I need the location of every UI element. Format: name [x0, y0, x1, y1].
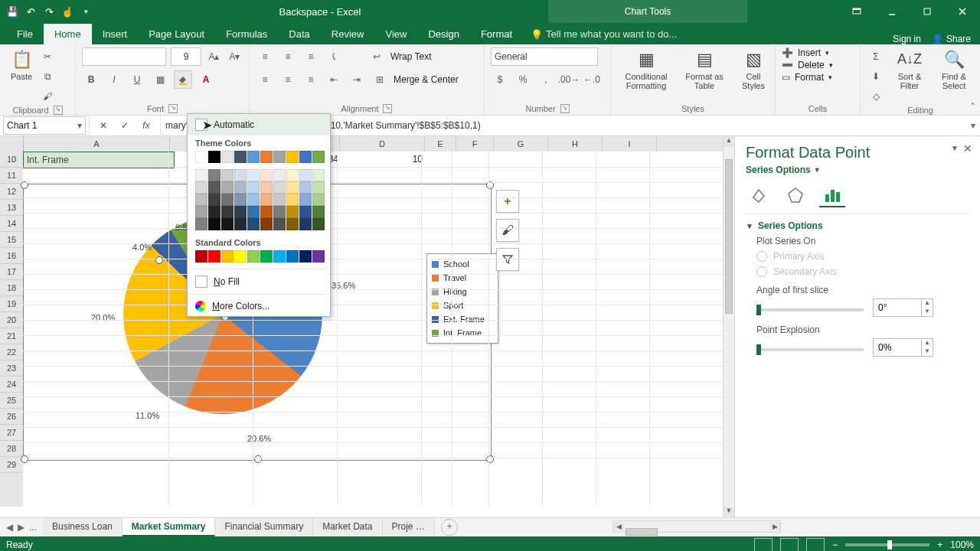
- zoom-slider[interactable]: [845, 543, 929, 546]
- resize-handle[interactable]: [21, 455, 28, 463]
- color-swatch[interactable]: [221, 218, 234, 230]
- font-size-input[interactable]: [171, 47, 201, 66]
- explosion-slider[interactable]: [756, 348, 864, 351]
- merge-center-button[interactable]: Merge & Center: [394, 74, 459, 85]
- pane-options-icon[interactable]: ▼: [951, 144, 959, 152]
- font-dialog-launcher[interactable]: ↘: [168, 104, 178, 113]
- color-swatch[interactable]: [286, 218, 299, 230]
- color-swatch[interactable]: [273, 181, 286, 194]
- increase-decimal-icon[interactable]: .00→: [560, 70, 578, 89]
- name-box-dropdown-icon[interactable]: ▾: [77, 120, 82, 131]
- tab-formulas[interactable]: Formulas: [215, 24, 278, 44]
- row-header-21[interactable]: 21: [0, 328, 23, 344]
- fill-icon[interactable]: ⬇: [867, 67, 885, 86]
- spin-down-icon[interactable]: ▼: [922, 347, 933, 356]
- sheet-tab[interactable]: Business Loan: [43, 518, 122, 536]
- accounting-format-icon[interactable]: $: [491, 70, 509, 89]
- automatic-color-item[interactable]: Automatic: [188, 114, 330, 135]
- underline-button[interactable]: U: [128, 70, 146, 89]
- chart-legend[interactable]: SchoolTravelHikingSportExt. FrameInt. Fr…: [426, 253, 498, 344]
- tab-insert[interactable]: Insert: [92, 24, 139, 44]
- scroll-up-icon[interactable]: ▲: [724, 136, 734, 147]
- color-swatch[interactable]: [234, 181, 247, 194]
- font-name-input[interactable]: [82, 47, 166, 66]
- angle-spinbox[interactable]: ▲▼: [873, 298, 933, 317]
- row-header-16[interactable]: 16: [0, 248, 23, 264]
- spin-up-icon[interactable]: ▲: [922, 339, 933, 347]
- color-swatch[interactable]: [247, 194, 260, 206]
- color-swatch[interactable]: [208, 250, 220, 262]
- color-swatch[interactable]: [247, 151, 260, 163]
- clear-icon[interactable]: ◇: [867, 87, 885, 106]
- row-header-27[interactable]: 27: [0, 425, 23, 441]
- col-header-A[interactable]: A: [24, 136, 170, 152]
- color-swatch[interactable]: [234, 151, 247, 163]
- insert-cells-button[interactable]: ➕Insert▾: [782, 47, 854, 58]
- minimize-icon[interactable]: [874, 0, 910, 23]
- color-swatch[interactable]: [312, 206, 325, 218]
- align-left-icon[interactable]: ≡: [256, 70, 274, 89]
- sheets-more-icon[interactable]: ...: [29, 522, 37, 533]
- color-swatch[interactable]: [286, 169, 299, 181]
- color-swatch[interactable]: [208, 218, 220, 230]
- color-swatch[interactable]: [221, 206, 234, 218]
- row-header-17[interactable]: 17: [0, 264, 23, 280]
- color-swatch[interactable]: [286, 194, 299, 206]
- explosion-input[interactable]: [874, 340, 921, 355]
- cancel-formula-icon[interactable]: ✕: [94, 116, 113, 135]
- format-painter-icon[interactable]: 🖌: [38, 87, 57, 106]
- color-swatch[interactable]: [221, 181, 234, 194]
- resize-handle[interactable]: [254, 455, 262, 463]
- color-swatch[interactable]: [221, 194, 234, 206]
- color-swatch[interactable]: [208, 181, 220, 194]
- color-swatch[interactable]: [260, 250, 273, 262]
- color-swatch[interactable]: [312, 151, 325, 163]
- wrap-text-button[interactable]: Wrap Text: [390, 51, 432, 62]
- zoom-in-icon[interactable]: +: [937, 540, 942, 550]
- tab-view[interactable]: View: [374, 24, 417, 44]
- color-swatch[interactable]: [260, 169, 273, 181]
- align-top-icon[interactable]: ≡: [256, 47, 274, 66]
- page-break-view-icon[interactable]: [806, 538, 825, 551]
- row-header-24[interactable]: 24: [0, 377, 23, 393]
- color-swatch[interactable]: [234, 250, 247, 262]
- selected-slice-handle[interactable]: [155, 256, 163, 264]
- close-icon[interactable]: [945, 0, 980, 23]
- col-header-D[interactable]: D: [340, 136, 425, 152]
- align-right-icon[interactable]: ≡: [302, 70, 320, 89]
- sign-in-link[interactable]: Sign in: [893, 34, 921, 44]
- decrease-font-icon[interactable]: A▾: [227, 47, 243, 66]
- decrease-decimal-icon[interactable]: ←.0: [583, 70, 601, 89]
- effects-tab-icon[interactable]: [782, 184, 808, 206]
- color-swatch[interactable]: [273, 218, 286, 230]
- color-swatch[interactable]: [299, 194, 312, 206]
- explosion-spinbox[interactable]: ▲▼: [873, 338, 933, 357]
- angle-slider[interactable]: [756, 308, 864, 311]
- spin-up-icon[interactable]: ▲: [922, 299, 933, 308]
- color-swatch[interactable]: [260, 181, 273, 194]
- color-swatch[interactable]: [312, 194, 325, 206]
- color-swatch[interactable]: [273, 194, 286, 206]
- color-swatch[interactable]: [299, 151, 312, 163]
- row-header-15[interactable]: 15: [0, 232, 23, 248]
- touch-mode-icon[interactable]: ☝: [61, 5, 74, 18]
- series-options-section[interactable]: ▼Series Options: [746, 220, 969, 231]
- percent-format-icon[interactable]: %: [514, 70, 532, 89]
- color-swatch[interactable]: [234, 218, 247, 230]
- color-swatch[interactable]: [208, 194, 220, 206]
- clipboard-dialog-launcher[interactable]: ↘: [54, 106, 63, 115]
- series-options-tab-icon[interactable]: [819, 184, 845, 207]
- tab-review[interactable]: Review: [321, 24, 375, 44]
- row-header-13[interactable]: 13: [0, 200, 23, 216]
- color-swatch[interactable]: [273, 250, 286, 262]
- name-box[interactable]: Chart 1 ▾: [3, 116, 86, 135]
- maximize-icon[interactable]: [910, 0, 945, 23]
- legend-item[interactable]: Travel: [432, 271, 493, 285]
- ribbon-display-options-icon[interactable]: [839, 0, 874, 23]
- comma-format-icon[interactable]: ,: [537, 70, 555, 89]
- color-swatch[interactable]: [273, 151, 286, 163]
- color-swatch[interactable]: [208, 151, 220, 163]
- cell-styles-button[interactable]: ▧Cell Styles: [733, 47, 773, 92]
- font-color-button[interactable]: A: [197, 70, 215, 89]
- color-swatch[interactable]: [247, 218, 260, 230]
